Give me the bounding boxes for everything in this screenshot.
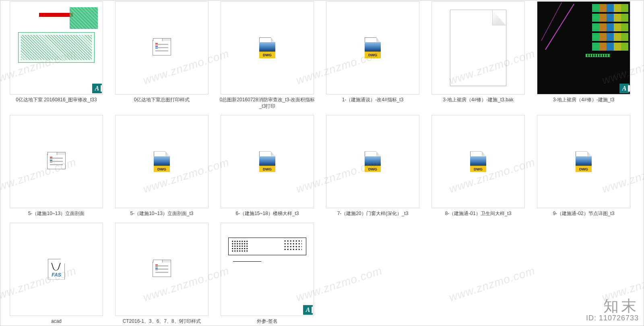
file-item[interactable]: 5-（建施10~13）立面剖面 (4, 115, 109, 222)
file-item[interactable]: A外参-签名 (215, 223, 320, 326)
file-thumbnail[interactable]: DWG (115, 115, 208, 208)
file-name-label[interactable]: 1-（建施通说）-改4#指标_t3 (342, 96, 404, 103)
file-thumbnail[interactable]: A (221, 223, 314, 316)
autocad-badge-icon: A (619, 84, 629, 93)
cad-preview (10, 2, 103, 94)
file-name-label[interactable]: acad (51, 318, 62, 324)
file-name-label[interactable]: 外参-签名 (257, 318, 278, 324)
file-name-label[interactable]: CT2016-1、3、6、7、8、9打印样式 (123, 318, 201, 324)
file-thumbnail[interactable]: DWG (221, 115, 314, 208)
config-icon (153, 40, 171, 55)
signature-preview (221, 223, 314, 316)
file-item[interactable]: DWG5-（建施10~13）立面剖面_t3 (109, 115, 215, 222)
file-item[interactable]: DWG9-（建施通-02）节点详图_t3 (531, 115, 636, 222)
file-thumbnail[interactable]: DWG (537, 115, 630, 208)
file-thumbnail[interactable]: DWG (326, 1, 419, 94)
file-item[interactable]: DWG7-（建施20）门窗大样(深化）_t3 (320, 115, 425, 222)
dwg-icon: DWG (365, 37, 381, 58)
dwg-icon: DWG (259, 151, 275, 172)
file-name-label[interactable]: 5-（建施10~13）立面剖面 (28, 210, 85, 217)
autocad-badge-icon: A (92, 84, 102, 93)
dwg-icon: DWG (470, 151, 486, 172)
file-thumbnail[interactable]: A (537, 1, 630, 94)
file-item[interactable]: FASacad (4, 223, 109, 326)
file-item[interactable]: 0亿达地下室总图打印样式 (109, 1, 215, 115)
file-thumbnail[interactable]: DWG (326, 115, 419, 208)
file-item[interactable]: A3-地上裙房（4#修）-建施_t3 (531, 1, 636, 115)
file-name-label[interactable]: 9-（建施通-02）节点详图_t3 (553, 210, 615, 217)
file-name-label[interactable]: 7-（建施20）门窗大样(深化）_t3 (337, 210, 409, 217)
file-name-label[interactable]: 5-（建施10~13）立面剖面_t3 (130, 210, 193, 217)
file-item[interactable]: DWG0总图新20160728消防审查改_t3-改面积指标_t3打印 (215, 1, 320, 115)
file-thumbnail[interactable]: A (10, 1, 103, 94)
dwg-icon: DWG (576, 151, 592, 172)
file-name-label[interactable]: 0总图新20160728消防审查改_t3-改面积指标_t3打印 (219, 96, 316, 109)
file-item[interactable]: CT2016-1、3、6、7、8、9打印样式 (109, 223, 215, 326)
blank-page-icon (450, 10, 506, 86)
file-name-label[interactable]: 8-（建施通-01）卫生间大样_t3 (445, 210, 512, 217)
file-thumbnail[interactable]: FAS (10, 223, 103, 316)
file-item[interactable]: DWG1-（建施通说）-改4#指标_t3 (320, 1, 425, 115)
file-thumbnail[interactable] (431, 1, 525, 94)
file-name-label[interactable]: 3-地上裙房（4#修）-建施_t3.bak (443, 96, 513, 103)
file-item[interactable]: DWG8-（建施通-01）卫生间大样_t3 (425, 115, 531, 222)
file-thumbnail-pane[interactable]: A0亿达地下室 20160816_图审修改_t330亿达地下室总图打印样式DWG… (0, 0, 644, 326)
config-icon (47, 154, 66, 169)
file-name-label[interactable]: 0亿达地下室总图打印样式 (134, 96, 190, 103)
autocad-badge-icon: A (303, 305, 313, 315)
file-item[interactable]: DWG6-（建施15~18）楼梯大样_t3 (215, 115, 320, 222)
dwg-icon: DWG (365, 151, 381, 172)
dwg-icon: DWG (154, 151, 170, 172)
file-thumbnail[interactable] (115, 223, 208, 316)
file-item[interactable]: 3-地上裙房（4#修）-建施_t3.bak (425, 1, 531, 115)
config-icon (153, 262, 171, 277)
file-thumbnail[interactable]: DWG (221, 1, 314, 94)
fas-icon: FAS (48, 259, 65, 280)
file-name-label[interactable]: 0亿达地下室 20160816_图审修改_t33 (16, 96, 97, 103)
file-name-label[interactable]: 3-地上裙房（4#修）-建施_t3 (553, 96, 615, 103)
file-item[interactable]: A0亿达地下室 20160816_图审修改_t33 (4, 1, 109, 115)
file-name-label[interactable]: 6-（建施15~18）楼梯大样_t3 (235, 210, 299, 217)
cad-preview-dark (537, 2, 630, 94)
file-thumbnail[interactable]: DWG (431, 115, 525, 208)
file-thumbnail[interactable] (10, 115, 103, 208)
dwg-icon: DWG (259, 37, 275, 58)
file-thumbnail[interactable] (115, 1, 208, 94)
file-grid: A0亿达地下室 20160816_图审修改_t330亿达地下室总图打印样式DWG… (0, 0, 644, 326)
